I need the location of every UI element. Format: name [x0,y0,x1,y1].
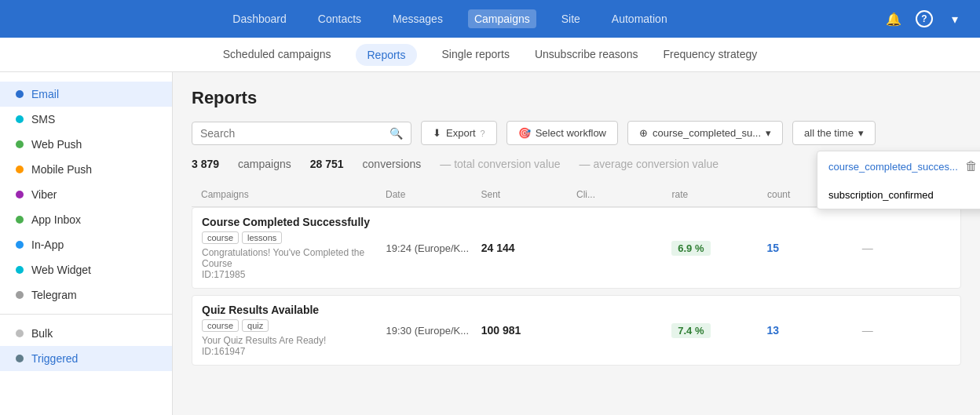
subnav-reports[interactable]: Reports [356,44,416,66]
email-dot [16,90,24,98]
sidebar-item-email[interactable]: Email [0,82,172,107]
search-icon: 🔍 [389,127,403,140]
sidebar-web-widget-label: Web Widget [31,264,91,276]
workflow-select-value: course_completed_su... [653,127,761,139]
viber-dot [16,191,24,198]
col-clicks: Cli... [576,189,666,200]
nav-campaigns[interactable]: Campaigns [468,9,536,28]
subnav-frequency-strategy[interactable]: Frequency strategy [663,38,757,71]
subnav-unsubscribe-reasons[interactable]: Unsubscribe reasons [535,38,638,71]
help-icon[interactable]: ? [916,10,933,27]
delete-icon[interactable]: 🗑 [965,159,978,173]
sidebar-bulk-label: Bulk [31,327,53,340]
sidebar-item-viber[interactable]: Viber [0,182,172,207]
campaign-tag: course [202,231,239,244]
triggered-dot [16,355,24,362]
campaign-clicks: 15 [767,242,856,254]
sidebar-app-inbox-label: App Inbox [31,213,81,226]
user-menu-chevron-icon[interactable]: ▾ [945,9,964,28]
sidebar-item-triggered[interactable]: Triggered [0,346,172,371]
workflow-filter-icon: 🎯 [518,127,531,139]
search-box[interactable]: 🔍 [192,122,411,145]
campaign-name: Quiz Results Available [202,304,380,316]
sidebar-triggered-label: Triggered [31,352,78,365]
campaign-click-rate-badge: 6.9 % [671,241,760,256]
chevron-down-icon: ▾ [766,127,771,139]
web-widget-dot [16,266,24,274]
sidebar-item-sms[interactable]: SMS [0,107,172,132]
total-conversion-label: — total conversion value [440,158,560,170]
main-content: Reports 🔍 ⬇ Export ? 🎯 Select workflow ⊕… [173,72,980,415]
sidebar-item-app-inbox[interactable]: App Inbox [0,207,172,232]
nav-contacts[interactable]: Contacts [312,9,368,28]
campaign-info: Quiz Results Available course quiz Your … [202,304,380,357]
web-push-dot [16,140,24,148]
campaign-id: ID:161947 [202,346,380,357]
col-rate: rate [672,189,762,200]
campaign-tag: course [202,319,239,332]
subnav-single-reports[interactable]: Single reports [442,38,510,71]
subnav-scheduled-campaigns[interactable]: Scheduled campaigns [223,38,331,71]
main-layout: Email SMS Web Push Mobile Push Viber App… [0,72,980,415]
nav-automation[interactable]: Automation [605,9,674,28]
campaign-id: ID:171985 [202,269,380,280]
sidebar-telegram-label: Telegram [31,289,77,301]
col-sent: Sent [481,189,571,200]
export-download-icon: ⬇ [433,127,441,139]
nav-messages[interactable]: Messages [386,9,449,28]
toolbar: 🔍 ⬇ Export ? 🎯 Select workflow ⊕ course_… [192,121,961,145]
notification-bell-icon[interactable]: 🔔 [884,9,903,28]
nav-dashboard[interactable]: Dashboard [226,9,293,28]
average-conversion-label: — average conversion value [580,158,719,170]
nav-site[interactable]: Site [555,9,587,28]
sidebar-item-web-push[interactable]: Web Push [0,132,172,157]
campaign-click-rate-badge: 7.4 % [671,323,760,338]
campaign-date: 19:24 (Europe/K... [386,242,475,254]
sidebar-item-in-app[interactable]: In-App [0,232,172,257]
page-title: Reports [192,88,961,108]
campaign-tags: course quiz [202,319,380,332]
col-date: Date [386,189,475,200]
select-workflow-button[interactable]: 🎯 Select workflow [506,121,618,145]
sidebar-item-mobile-push[interactable]: Mobile Push [0,157,172,182]
sub-navigation: Scheduled campaigns Reports Single repor… [0,38,980,72]
time-select-value: all the time [804,127,854,139]
export-button[interactable]: ⬇ Export ? [421,121,497,145]
time-chevron-down-icon: ▾ [858,127,864,139]
sidebar-item-telegram[interactable]: Telegram [0,282,172,308]
campaign-clicks: 13 [767,324,856,337]
export-help-icon: ? [481,129,485,138]
sidebar-item-bulk[interactable]: Bulk [0,321,172,346]
sidebar-item-web-widget[interactable]: Web Widget [0,257,172,282]
search-input[interactable] [200,127,389,140]
sms-dot [16,115,24,123]
campaign-tag: lessons [242,231,282,244]
top-navigation: Dashboard Contacts Messages Campaigns Si… [0,0,980,38]
rate-badge: 7.4 % [671,323,710,338]
sidebar: Email SMS Web Push Mobile Push Viber App… [0,72,173,415]
col-campaigns: Campaigns [201,189,379,200]
sidebar-sms-label: SMS [31,113,55,126]
campaigns-label: campaigns [238,158,291,170]
top-nav-links: Dashboard Contacts Messages Campaigns Si… [16,9,884,28]
sidebar-email-label: Email [31,88,59,100]
rate-badge: 6.9 % [671,241,710,256]
time-select-dropdown[interactable]: all the time ▾ [792,121,876,145]
campaign-name: Course Completed Successfully [202,216,380,228]
table-row[interactable]: Quiz Results Available course quiz Your … [192,295,961,366]
select-workflow-label: Select workflow [536,127,606,139]
mobile-push-dot [16,166,24,173]
dropdown-item-subscription-confirmed[interactable]: subscription_confirmed [817,181,980,209]
table-row[interactable]: Course Completed Successfully course les… [192,207,961,289]
campaigns-count: 3 879 [192,158,219,170]
campaign-tag: quiz [242,319,269,332]
campaign-total-value: — [862,324,951,337]
campaign-date: 19:30 (Europe/K... [386,325,475,337]
campaign-sent: 100 981 [481,324,570,337]
dropdown-item-label: subscription_confirmed [828,189,934,201]
dropdown-item-course-completed[interactable]: course_completed_succes... 🗑 [817,151,980,181]
sidebar-in-app-label: In-App [31,238,64,251]
bulk-dot [16,329,24,337]
sidebar-divider [0,314,172,315]
workflow-select-dropdown[interactable]: ⊕ course_completed_su... ▾ [627,121,783,145]
